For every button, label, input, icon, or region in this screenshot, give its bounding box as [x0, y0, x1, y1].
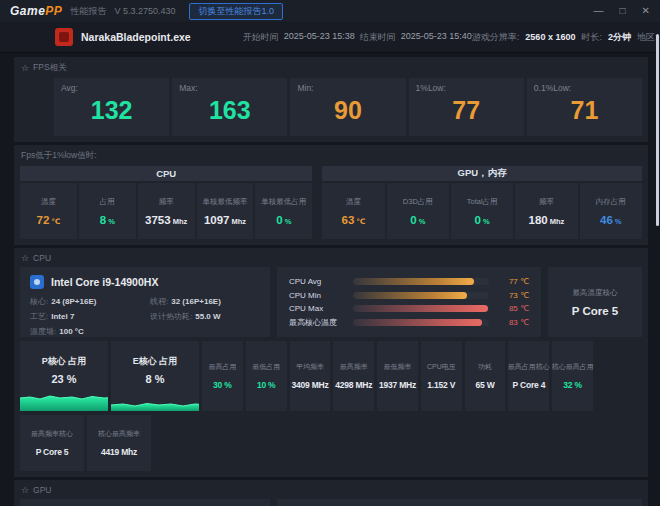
cell-value: 0%: [276, 214, 291, 226]
stat-value: P Core 4: [512, 380, 545, 390]
cpu-info-card: Intel Core i9-14900HX 核心:24 (8P+16E) 线程:…: [20, 267, 270, 337]
cell-label: 频率: [539, 197, 554, 207]
gpu-summary-row: NVIDIA GeForce RTX 5070 Ti Laptop 厂商:TON…: [20, 499, 642, 506]
resolution-value: 2560 x 1600: [525, 32, 575, 42]
stat-value: 1.152 V: [427, 380, 455, 390]
low-cpu-core-min-freq-cell: 单核最低频率 1097Mhz: [197, 183, 254, 239]
max-freq-card: 最高频率 4298 MHz: [333, 341, 374, 411]
fps-01low-card: 0.1%Low: 71: [527, 78, 642, 136]
cell-value: 8%: [100, 214, 115, 226]
low-gpu-d3d-cell: D3D占用 0%: [387, 183, 449, 239]
cpu-min-bar-row: CPU Min 73 ℃: [289, 289, 529, 303]
fps-max-card: Max: 163: [172, 78, 287, 136]
hottest-core-card: 最高温度核心 P Core 5: [548, 267, 642, 337]
low-cpu-temp-cell: 温度 72℃: [20, 183, 77, 239]
maximize-icon[interactable]: □: [620, 0, 626, 22]
cell-value: 180Mhz: [529, 214, 565, 226]
low-cpu-usage-cell: 占用 8%: [79, 183, 136, 239]
ecore-usage-label: E核心 占用: [111, 355, 199, 368]
cpu-tjmax-spec: 温度墙:100 °C: [30, 326, 150, 337]
fps-section-header: ☆ FPS相关: [20, 61, 642, 78]
bar-fill: [353, 278, 474, 285]
resolution-label: 游戏分辨率:: [472, 31, 520, 44]
fps-max-value: 163: [172, 98, 287, 123]
minimize-icon[interactable]: —: [594, 0, 604, 22]
bar-label: CPU Min: [289, 291, 353, 300]
cell-label: 温度: [41, 197, 56, 207]
cpu-section-title: CPU: [33, 253, 51, 263]
stat-label: 核心最高频率: [98, 429, 140, 439]
close-icon[interactable]: ✕: [642, 0, 650, 22]
report-title: 性能报告: [70, 5, 106, 18]
fps-section-title: FPS相关: [33, 62, 67, 74]
version-label: V 5.3.2750.430: [114, 6, 175, 16]
pcore-usage-card: P核心 占用 23 %: [20, 341, 108, 411]
cell-value: 63℃: [342, 214, 366, 226]
game-name: NarakaBladepoint.exe: [81, 31, 191, 43]
max-usage-core-card: 最高占用核心 P Core 4: [508, 341, 549, 411]
fps-avg-card: Avg: 132: [54, 78, 169, 136]
hottest-core-value: P Core 5: [572, 305, 618, 317]
bar-track: [353, 319, 489, 326]
fps-min-value: 90: [290, 98, 405, 123]
low-gpu-freq-cell: 频率 180Mhz: [515, 183, 577, 239]
max-freq-core-card: 最高频率核心 P Core 5: [20, 415, 84, 471]
low-gpu-temp-cell: 温度 63℃: [322, 183, 384, 239]
switch-report-button[interactable]: 切换至性能报告1.0: [189, 3, 283, 20]
ecore-usage-value: 8 %: [111, 373, 199, 385]
bar-fill: [353, 292, 467, 299]
low-cpu-table-header: CPU: [20, 166, 312, 181]
stat-value: 1937 MHz: [379, 380, 416, 390]
star-icon: ☆: [21, 254, 29, 263]
fps-01low-label: 0.1%Low:: [534, 83, 571, 93]
stat-value: 3409 MHz: [291, 380, 328, 390]
stat-value: P Core 5: [36, 447, 69, 457]
game-icon: [55, 28, 73, 46]
cell-label: 占用: [100, 197, 115, 207]
gamepp-logo: GamePP: [10, 4, 62, 18]
max-usage-card: 最高占用 30 %: [202, 341, 243, 411]
stat-label: 核心最高占用: [552, 362, 594, 372]
cpu-name-row: Intel Core i9-14900HX: [30, 275, 260, 289]
cell-value: 72℃: [36, 214, 60, 226]
cell-value: 0%: [475, 214, 490, 226]
cpu-process-spec: 工艺:Intel 7: [30, 311, 150, 322]
stat-label: 最高频率: [340, 362, 368, 372]
fps-1low-value: 77: [409, 98, 524, 123]
cell-value: 1097Mhz: [204, 214, 246, 226]
fps-max-label: Max:: [179, 83, 197, 93]
session-meta: 游戏分辨率: 2560 x 1600 时长: 2分钟 地区: 山东 青岛: [472, 31, 660, 44]
stat-label: 最高频率核心: [31, 429, 73, 439]
cell-value: 0%: [410, 214, 425, 226]
row-spacer: [596, 341, 642, 411]
bar-value: 83 ℃: [489, 318, 529, 327]
low-gpu-table-header: GPU，内存: [322, 166, 642, 181]
fps-1low-label: 1%Low:: [416, 83, 446, 93]
low-fps-tables: CPU 温度 72℃ 占用 8% 频率 3753Mhz 单核最低频率 1097M…: [20, 166, 642, 239]
star-icon: ☆: [21, 486, 29, 495]
cpu-temp-bars-card: CPU Avg 77 ℃ CPU Min 73 ℃ CPU Max 85 ℃ 最…: [277, 267, 541, 337]
stat-label: 最低频率: [384, 362, 412, 372]
session-info-bar: NarakaBladepoint.exe 开始时间 2025-05-23 15:…: [0, 22, 660, 53]
min-freq-card: 最低频率 1937 MHz: [377, 341, 418, 411]
low-cpu-core-min-usage-cell: 单核最低占用 0%: [255, 183, 312, 239]
duration-label: 时长:: [581, 31, 602, 44]
cpu-spec-grid: 核心:24 (8P+16E) 线程:32 (16P+16E) 工艺:Intel …: [30, 296, 260, 337]
core-max-freq-card: 核心最高频率 4419 Mhz: [87, 415, 151, 471]
window-controls: — □ ✕: [594, 0, 650, 22]
gpu-section-title: GPU: [33, 485, 51, 495]
fps-avg-value: 132: [54, 98, 169, 123]
fps-section: ☆ FPS相关 Avg: 132 Max: 163 Min: 90 1%Low:…: [14, 57, 648, 142]
cpu-tdp-spec: 设计热功耗:55.0 W: [150, 311, 260, 322]
low-cpu-freq-cell: 频率 3753Mhz: [138, 183, 195, 239]
vertical-scrollbar[interactable]: [656, 34, 659, 226]
session-times: 开始时间 2025-05-23 15:38 结束时间 2025-05-23 15…: [243, 31, 472, 44]
bar-track: [353, 278, 489, 285]
ecore-usage-card: E核心 占用 8 %: [111, 341, 199, 411]
cell-label: 单核最低频率: [203, 197, 248, 207]
cell-value: 3753Mhz: [145, 214, 187, 226]
stat-label: 平均频率: [296, 362, 324, 372]
start-time-label: 开始时间: [243, 31, 279, 44]
cpu-stats-row2: 最高频率核心 P Core 5 核心最高频率 4419 Mhz: [20, 415, 642, 471]
duration-value: 2分钟: [608, 31, 631, 44]
